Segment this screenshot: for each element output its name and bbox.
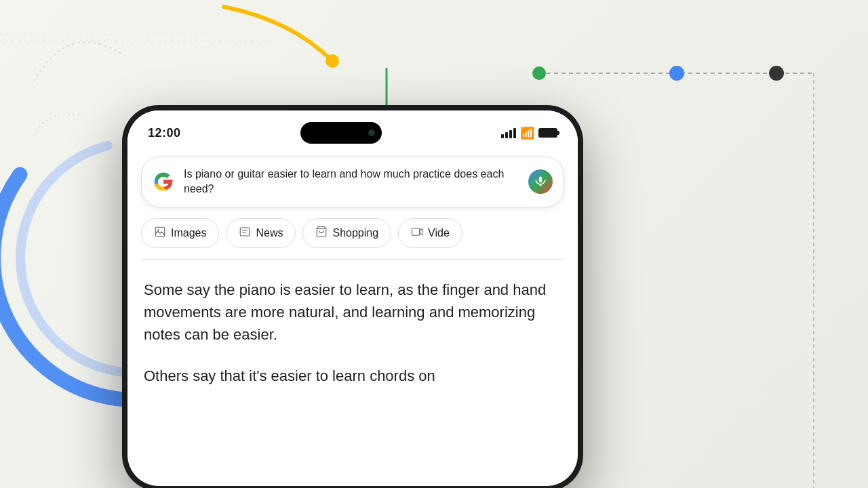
tab-shopping[interactable]: Shopping: [302, 218, 391, 248]
mic-icon[interactable]: [528, 169, 553, 194]
dynamic-island: [300, 122, 382, 144]
tab-videos[interactable]: Vide: [398, 218, 462, 248]
svg-point-13: [769, 66, 784, 81]
news-tab-icon: [239, 226, 251, 241]
wifi-icon: 📶: [520, 126, 534, 140]
svg-point-12: [669, 66, 684, 81]
content-area: Some say the piano is easier to learn, a…: [127, 260, 578, 420]
search-bar[interactable]: Is piano or guitar easier to learn and h…: [141, 157, 564, 207]
bar4: [513, 128, 516, 138]
search-query-text: Is piano or guitar easier to learn and h…: [184, 167, 519, 197]
bar2: [505, 132, 508, 138]
bar1: [501, 134, 504, 138]
svg-point-11: [532, 66, 546, 80]
phone-frame: 12:00 📶: [122, 105, 583, 488]
svg-point-2: [326, 54, 339, 68]
bar3: [509, 130, 512, 138]
google-logo: [153, 171, 174, 192]
svg-rect-19: [241, 228, 250, 236]
svg-point-18: [157, 229, 159, 230]
paragraph-2: Others say that it's easier to learn cho…: [144, 365, 561, 387]
videos-tab-icon: [411, 226, 423, 241]
images-tab-label: Images: [171, 227, 206, 239]
status-time: 12:00: [148, 126, 181, 140]
main-scene: 12:00 📶: [0, 0, 868, 488]
tab-images[interactable]: Images: [141, 218, 219, 248]
phone-content: Is piano or guitar easier to learn and h…: [127, 144, 578, 420]
status-bar: 12:00 📶: [127, 110, 578, 144]
svg-rect-23: [412, 228, 420, 236]
phone-screen: 12:00 📶: [127, 110, 578, 486]
battery-icon: [538, 128, 557, 138]
videos-tab-label: Vide: [428, 227, 450, 239]
shopping-tab-icon: [315, 226, 328, 241]
shopping-tab-label: Shopping: [332, 227, 378, 239]
status-icons: 📶: [501, 126, 557, 140]
news-tab-label: News: [256, 227, 283, 239]
signal-bars-icon: [501, 128, 516, 138]
images-tab-icon: [154, 226, 166, 241]
tab-news[interactable]: News: [226, 218, 296, 248]
filter-tabs: Images News Shopping: [127, 218, 578, 259]
svg-rect-17: [155, 227, 165, 237]
paragraph-1: Some say the piano is easier to learn, a…: [144, 279, 561, 346]
camera-dot: [368, 129, 375, 136]
